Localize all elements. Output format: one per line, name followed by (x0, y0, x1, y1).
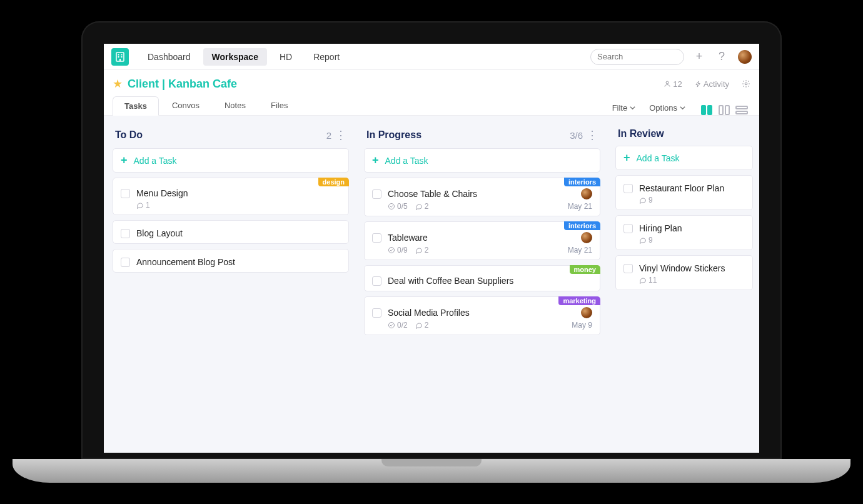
svg-rect-4 (121, 56, 123, 58)
task-checkbox[interactable] (623, 264, 633, 273)
column-title: To Do (115, 129, 143, 141)
comment-count: 11 (639, 276, 657, 285)
svg-point-8 (666, 81, 669, 84)
add-task-button[interactable]: +Add a Task (615, 146, 753, 170)
task-checkbox[interactable] (121, 189, 130, 198)
view-switcher (700, 105, 748, 115)
task-card[interactable]: designMenu Design1 (113, 178, 349, 215)
task-checkbox[interactable] (623, 184, 633, 193)
task-checkbox[interactable] (372, 233, 381, 243)
nav-report[interactable]: Report (305, 48, 348, 66)
card-meta-row: 11 (623, 276, 745, 285)
card-main-row: Choose Table & Chairs (372, 188, 592, 199)
task-checkbox[interactable] (372, 308, 381, 318)
task-card[interactable]: marketingSocial Media Profiles0/22May 9 (364, 296, 600, 335)
task-card[interactable]: Vinyl Window Stickers11 (615, 255, 753, 290)
view-list-icon[interactable] (735, 105, 748, 115)
view-board-icon[interactable] (700, 105, 713, 115)
kanban-column: In Review+Add a TaskRestaurant Floor Pla… (615, 128, 753, 440)
add-icon[interactable]: + (692, 49, 707, 64)
card-meta-row: 9 (623, 196, 745, 204)
comment-count: 9 (639, 236, 653, 244)
star-icon[interactable]: ★ (113, 77, 123, 91)
task-checkbox[interactable] (372, 189, 381, 199)
task-title: Deal with Coffee Bean Suppliers (388, 276, 592, 286)
project-header: ★ Client | Kanban Cafe 12 Activity (104, 70, 759, 116)
task-card[interactable]: Restaurant Floor Plan9 (615, 175, 753, 210)
task-card[interactable]: Announcement Blog Post (113, 249, 349, 273)
card-main-row: Vinyl Window Stickers (623, 263, 745, 273)
comment-icon (639, 236, 647, 244)
task-card[interactable]: moneyDeal with Coffee Bean Suppliers (364, 265, 600, 291)
svg-rect-2 (121, 54, 123, 55)
comment-icon (415, 321, 423, 329)
task-checkbox[interactable] (623, 224, 633, 233)
members-number: 12 (673, 79, 682, 89)
card-meta-row: 0/22May 9 (372, 321, 592, 330)
tab-tasks[interactable]: Tasks (113, 96, 159, 116)
add-task-button[interactable]: +Add a Task (113, 148, 349, 173)
card-meta-row: 0/52May 21 (372, 202, 592, 211)
subtask-count: 0/5 (388, 202, 408, 211)
settings-icon[interactable] (742, 79, 750, 88)
svg-rect-1 (118, 54, 119, 55)
svg-point-12 (389, 323, 395, 328)
svg-rect-3 (118, 56, 119, 58)
subtask-count: 0/2 (388, 321, 408, 330)
column-title: In Review (618, 128, 664, 139)
nav-dashboard[interactable]: Dashboard (139, 48, 199, 66)
tab-notes[interactable]: Notes (213, 96, 258, 115)
add-task-label: Add a Task (134, 156, 177, 166)
nav-workspace[interactable]: Workspace (203, 48, 267, 66)
card-main-row: Restaurant Floor Plan (623, 183, 745, 193)
task-card[interactable]: interiorsTableware0/92May 21 (364, 221, 600, 260)
comment-count: 9 (639, 196, 653, 204)
members-count[interactable]: 12 (664, 79, 682, 89)
view-split-icon[interactable] (718, 105, 730, 115)
add-task-button[interactable]: +Add a Task (364, 148, 600, 173)
screen-bezel: Dashboard Workspace HD Report + ? ★ Clie… (81, 21, 782, 459)
options-dropdown[interactable]: Options (645, 101, 689, 115)
activity-link[interactable]: Activity (695, 79, 729, 89)
subtask-count: 0/9 (388, 246, 408, 255)
add-task-label: Add a Task (637, 153, 680, 163)
plus-icon: + (372, 154, 379, 167)
search-input[interactable] (597, 52, 702, 61)
nav-hd[interactable]: HD (271, 48, 301, 66)
tab-convos[interactable]: Convos (160, 96, 211, 115)
task-checkbox[interactable] (121, 258, 130, 267)
help-icon[interactable]: ? (714, 49, 729, 64)
task-checkbox[interactable] (372, 276, 381, 286)
card-main-row: Social Media Profiles (372, 307, 592, 318)
task-title: Hiring Plan (639, 223, 745, 233)
tab-files[interactable]: Files (259, 96, 300, 115)
column-menu-icon[interactable]: ⋮ (587, 128, 598, 142)
assignee-avatar[interactable] (581, 188, 592, 199)
task-title: Announcement Blog Post (136, 257, 341, 267)
chevron-down-icon (680, 105, 685, 111)
user-avatar[interactable] (738, 50, 752, 64)
svg-point-9 (745, 83, 747, 85)
column-title: In Progress (366, 129, 421, 141)
column-menu-icon[interactable]: ⋮ (335, 128, 346, 142)
card-meta-row: 0/92May 21 (372, 246, 592, 255)
kanban-column: In Progress3/6⋮+Add a TaskinteriorsChoos… (364, 128, 600, 440)
assignee-avatar[interactable] (581, 307, 592, 318)
task-card[interactable]: Blog Layout (113, 220, 349, 244)
card-main-row: Hiring Plan (623, 223, 745, 233)
column-header: In Review (615, 128, 753, 146)
task-tag: interiors (564, 178, 600, 186)
task-checkbox[interactable] (121, 229, 130, 238)
card-main-row: Blog Layout (121, 228, 341, 238)
task-card[interactable]: interiorsChoose Table & Chairs0/52May 21 (364, 178, 600, 216)
tabs-row: Tasks Convos Notes Files Filte Options (113, 94, 750, 115)
assignee-avatar[interactable] (581, 232, 592, 243)
app-logo[interactable] (111, 48, 129, 66)
kanban-board: To Do2⋮+Add a TaskdesignMenu Design1Blog… (104, 116, 759, 453)
filter-dropdown[interactable]: Filte (608, 101, 640, 115)
task-card[interactable]: Hiring Plan9 (615, 215, 753, 250)
comment-icon (415, 203, 423, 210)
task-title: Choose Table & Chairs (388, 189, 575, 199)
search-box[interactable] (590, 49, 684, 65)
card-meta-row: 9 (623, 236, 745, 244)
